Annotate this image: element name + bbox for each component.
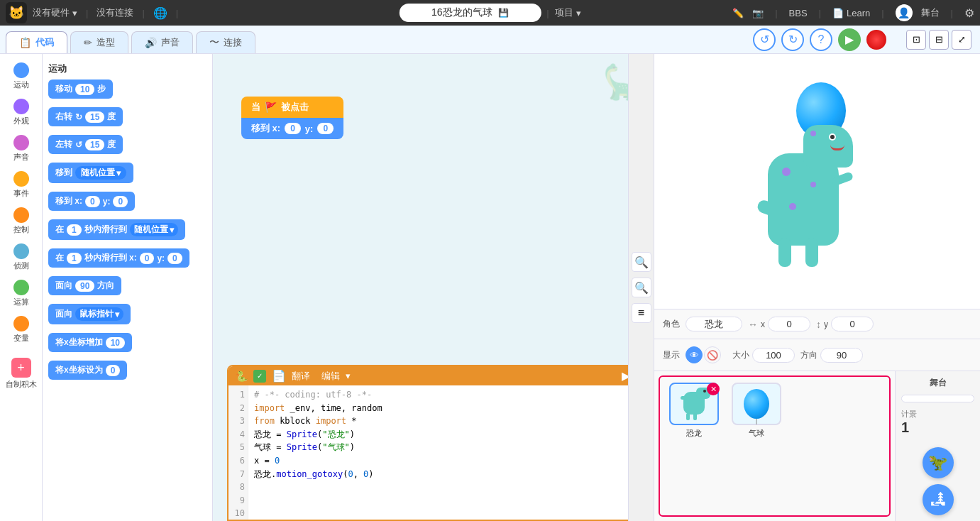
python-code-editor[interactable]: # -*- coding: utf-8 -*- import _env, tim…: [248, 385, 652, 520]
edit-icon-btn[interactable]: ✏️: [732, 8, 744, 18]
python-edit-label[interactable]: 编辑: [321, 370, 340, 383]
bbs-btn[interactable]: BBS: [789, 8, 808, 18]
stage-backdrop-thumb[interactable]: [901, 395, 974, 402]
costume-tab-icon: ✏: [84, 37, 92, 48]
cat-operator[interactable]: 运算: [2, 277, 40, 310]
goto-y-label: y:: [305, 124, 314, 134]
glide-random-dropdown[interactable]: 随机位置 ▾: [130, 223, 178, 236]
block-face-label: 面向: [55, 280, 72, 292]
sprite-name-input[interactable]: [686, 317, 742, 331]
project-menu[interactable]: 项目 ▾: [555, 6, 581, 19]
save-icon[interactable]: 💾: [498, 8, 509, 18]
dino-delete-btn[interactable]: ✕: [707, 383, 720, 395]
code-line-4: 恐龙 = Sprite("恐龙"): [254, 428, 646, 442]
cat-sound-label: 声音: [13, 152, 29, 163]
block-move[interactable]: 移动 10 步: [48, 79, 113, 99]
block-glide-random[interactable]: 在 1 秒内滑行到 随机位置 ▾: [48, 219, 185, 240]
python-line-numbers: 1 2 3 4 5 6 7 8 9 10 11: [229, 385, 248, 520]
cat-myblock[interactable]: + 自制积木: [2, 355, 40, 393]
cat-control[interactable]: 控制: [2, 204, 40, 238]
avatar-btn[interactable]: 👤: [896, 4, 913, 21]
spot-2: [810, 182, 816, 187]
block-change-x[interactable]: 将x坐标增加 10: [48, 333, 132, 352]
show-btn[interactable]: 👁: [686, 346, 703, 363]
cat-event-dot: [13, 171, 29, 187]
sprite-thumb-dino[interactable]: 恐龙 ✕: [666, 383, 722, 439]
right-panel: 角色 ↔ x ↕ y 显示 👁 🚫 大小: [654, 54, 980, 521]
y-value-input[interactable]: [831, 317, 874, 331]
random-dropdown[interactable]: 随机位置 ▾: [75, 166, 126, 180]
block-goto-xy[interactable]: 移到 x: 0 y: 0: [48, 192, 135, 211]
sprites-tray: 恐龙 ✕ 气球 舞台 计景: [654, 371, 980, 521]
block-goto-random[interactable]: 移到 随机位置 ▾: [48, 163, 133, 183]
device-selector[interactable]: 没有硬件 ▾: [33, 6, 77, 19]
sprite-thumb-balloon[interactable]: 气球: [728, 383, 785, 439]
cat-looks-label: 外观: [13, 116, 29, 126]
size-input[interactable]: [752, 348, 795, 363]
block-goto-y: 0: [113, 196, 128, 207]
python-header: 🐍 ✓ 📄 翻译 编辑 ▾ ▶ ✕: [229, 366, 652, 385]
face-ptr-dropdown[interactable]: 鼠标指针 ▾: [75, 307, 123, 321]
learn-btn[interactable]: 📄 Learn: [832, 8, 870, 18]
tab-sound[interactable]: 🔊 声音: [131, 31, 193, 53]
cat-sensing[interactable]: 侦测: [2, 241, 40, 274]
sprite-props-panel: 角色 ↔ x ↕ y: [654, 309, 980, 339]
when-flag-clicked: 被点击: [281, 101, 309, 114]
layout-normal-btn[interactable]: ⊡: [906, 30, 926, 50]
x-value-input[interactable]: [768, 317, 810, 331]
mini-balloon-string: [756, 419, 757, 424]
gear-icon[interactable]: ⚙: [964, 6, 974, 20]
stage-viewport: [654, 54, 980, 309]
block-set-x[interactable]: 将x坐标设为 0: [48, 361, 127, 380]
category-sidebar: 运动 外观 声音 事件 控制 侦测 运算 变量: [0, 54, 43, 521]
device-label: 没有硬件: [33, 6, 70, 19]
block-turn-left[interactable]: 左转 ↺ 15 度: [48, 135, 123, 154]
cat-variable[interactable]: 变量: [2, 313, 40, 346]
y-axis-icon: ↕: [816, 319, 821, 330]
python-translate-label: 翻译: [292, 370, 310, 383]
cat-operator-label: 运算: [13, 297, 29, 307]
zoom-out-btn[interactable]: 🔍: [632, 278, 651, 297]
add-sprite-btn[interactable]: 🦖: [923, 447, 954, 478]
goto-xy-block[interactable]: 移到 x: 0 y: 0: [241, 118, 343, 139]
zoom-in-btn[interactable]: 🔍: [632, 252, 651, 272]
green-flag-btn[interactable]: ▶: [838, 28, 861, 51]
camera-btn[interactable]: 📷: [752, 8, 764, 18]
block-turn-right[interactable]: 右转 ↻ 15 度: [48, 107, 123, 126]
cat-motion[interactable]: 运动: [2, 60, 40, 93]
direction-input[interactable]: [820, 348, 863, 363]
zoom-fit-btn[interactable]: ≡: [632, 303, 651, 323]
line-5: 5: [231, 441, 245, 454]
redo-btn[interactable]: ↻: [781, 28, 804, 51]
layout-split-btn[interactable]: ⊟: [929, 30, 949, 50]
help-btn[interactable]: ?: [810, 28, 832, 51]
stage-right-panel: 舞台 计景 1 🦖 🏞: [895, 371, 980, 521]
add-backdrop-btn[interactable]: 🏞: [923, 484, 954, 515]
cat-event[interactable]: 事件: [2, 168, 40, 202]
red-stop-btn[interactable]: [866, 30, 886, 50]
globe-icon[interactable]: 🌐: [153, 6, 167, 20]
cat-myblock-dot: +: [11, 358, 31, 378]
line-7: 7: [231, 468, 245, 481]
separator-2: |: [142, 8, 144, 18]
block-glide-xy[interactable]: 在 1 秒内滑行到 x: 0 y: 0: [48, 248, 189, 268]
hide-btn[interactable]: 🚫: [704, 346, 721, 363]
stage-label-btn[interactable]: 舞台: [921, 6, 940, 19]
undo-btn[interactable]: ↺: [753, 28, 776, 51]
layout-fullscreen-btn[interactable]: ⤢: [952, 30, 971, 50]
connect-tab-icon: 〜: [209, 36, 219, 49]
tab-costume[interactable]: ✏ 造型: [70, 31, 128, 53]
block-face-suffix: 方向: [97, 280, 114, 292]
tab-code[interactable]: 📋 代码: [6, 31, 67, 53]
block-face-ptr[interactable]: 面向 鼠标指针 ▾: [48, 304, 131, 324]
canvas-code-blocks: 当 🚩 被点击 移到 x: 0 y: 0: [241, 97, 343, 139]
project-title: 16恐龙的气球: [431, 6, 492, 19]
tab-connect[interactable]: 〜 连接: [196, 31, 255, 53]
when-flag-block[interactable]: 当 🚩 被点击: [241, 97, 343, 118]
cat-looks[interactable]: 外观: [2, 96, 40, 129]
balloon-label: 气球: [749, 428, 764, 439]
cat-sound[interactable]: 声音: [2, 132, 40, 165]
blocks-panel: 运动 移动 10 步 右转 ↻ 15 度 左转 ↺ 15 度: [43, 54, 213, 521]
turn-left-icon: ↺: [75, 140, 82, 150]
block-face[interactable]: 面向 90 方向: [48, 276, 121, 295]
